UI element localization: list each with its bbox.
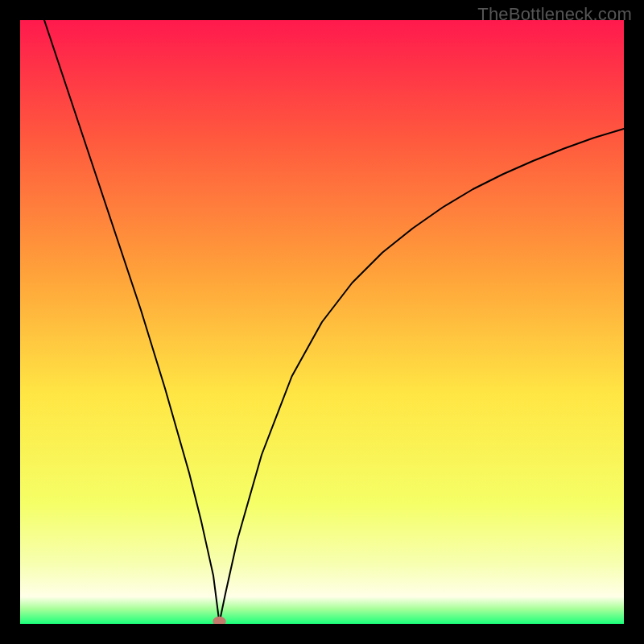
chart-svg bbox=[20, 20, 624, 624]
watermark-text: TheBottleneck.com bbox=[477, 4, 632, 25]
chart-frame: TheBottleneck.com bbox=[0, 0, 644, 644]
plot-area bbox=[20, 20, 624, 624]
